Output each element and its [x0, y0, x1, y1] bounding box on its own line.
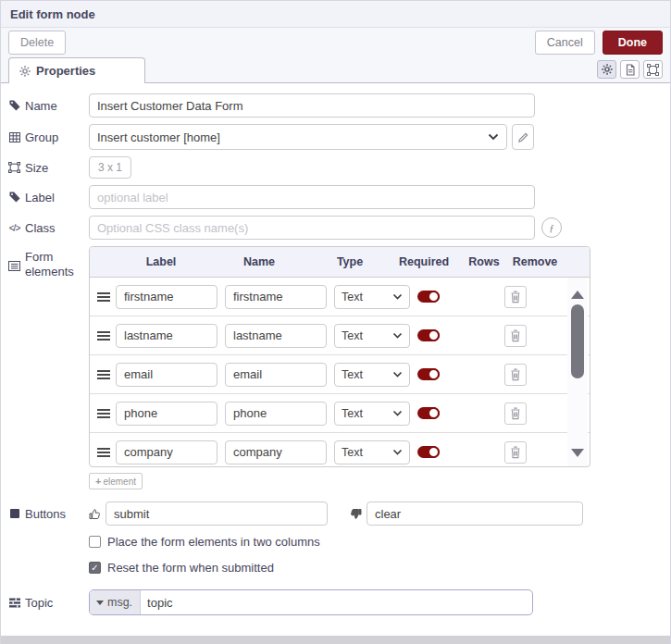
required-toggle[interactable] [417, 446, 440, 458]
element-name-input[interactable] [225, 402, 327, 426]
dynamic-class-button[interactable]: ƒ [541, 217, 562, 238]
class-input[interactable] [89, 216, 535, 240]
class-label: </> Class [8, 221, 89, 235]
frame-icon [647, 64, 659, 76]
trash-icon [510, 446, 521, 459]
label-row: Label [8, 185, 663, 209]
element-type-select[interactable]: Text [334, 285, 410, 309]
add-element-button[interactable]: +element [89, 473, 143, 489]
element-name-input[interactable] [225, 324, 327, 348]
two-columns-option: Place the form elements in two columns [89, 535, 663, 549]
form-elements-row: Formelements Label Name Type Required Ro… [8, 246, 663, 495]
chevron-down-icon [392, 332, 403, 339]
description-view-button[interactable] [620, 60, 640, 79]
chevron-down-icon [392, 449, 403, 455]
group-select[interactable]: Insert customer [home] [89, 124, 507, 150]
col-header-required: Required [399, 255, 449, 268]
tag-icon [8, 192, 20, 203]
delete-button[interactable]: Delete [8, 31, 66, 55]
element-label-input[interactable] [116, 440, 217, 464]
topic-label: Topic [8, 596, 89, 610]
element-name-input[interactable] [225, 440, 327, 464]
table-row: Text [90, 355, 590, 394]
done-button[interactable]: Done [603, 31, 663, 55]
col-header-rows: Rows [468, 255, 499, 268]
size-button[interactable]: 3 x 1 [89, 156, 131, 179]
clear-button-label-input[interactable] [367, 502, 583, 526]
scroll-down-arrow[interactable] [571, 449, 584, 457]
form-elements-rows: TextTextTextTextText [90, 278, 590, 466]
appearance-view-button[interactable] [643, 60, 663, 79]
label-label: Label [8, 191, 89, 204]
col-header-label: Label [146, 255, 177, 268]
name-input[interactable] [89, 93, 535, 118]
reset-form-checkbox[interactable]: ✓ [89, 562, 101, 574]
element-type-select[interactable]: Text [334, 402, 410, 426]
size-label: Size [8, 161, 89, 175]
topic-typed-input: msg. [89, 589, 533, 615]
required-toggle[interactable] [417, 291, 440, 303]
topic-type-label: msg. [107, 596, 132, 609]
required-toggle[interactable] [417, 329, 440, 341]
thumbs-up-icon [89, 508, 101, 520]
buttons-label: Buttons [8, 507, 89, 521]
scrollbar-thumb[interactable] [571, 304, 584, 378]
topic-input[interactable] [141, 596, 532, 610]
pencil-icon [518, 132, 528, 142]
chevron-down-icon [392, 410, 403, 416]
edit-form-node-dialog: Edit form node Delete Cancel Done Proper… [0, 0, 671, 644]
col-header-remove: Remove [513, 255, 558, 268]
cancel-button[interactable]: Cancel [535, 31, 595, 55]
table-row: Text [90, 278, 590, 316]
tab-properties[interactable]: Properties [8, 57, 145, 83]
table-scrollbar[interactable] [567, 278, 588, 466]
remove-element-button[interactable] [504, 325, 527, 347]
edit-group-button[interactable] [512, 124, 534, 150]
table-row: Text [90, 394, 590, 433]
table-row: Text [90, 433, 590, 466]
drag-handle-icon[interactable] [97, 331, 110, 341]
scroll-up-arrow[interactable] [571, 291, 584, 299]
element-name-input[interactable] [225, 363, 327, 387]
required-toggle[interactable] [417, 407, 440, 419]
chevron-down-icon [392, 371, 403, 378]
trash-icon [510, 291, 521, 303]
drag-handle-icon[interactable] [97, 292, 110, 302]
element-type-select[interactable]: Text [334, 324, 410, 348]
element-label-input[interactable] [116, 324, 217, 348]
topic-type-button[interactable]: msg. [90, 590, 141, 614]
element-name-input[interactable] [225, 285, 327, 309]
element-label-input[interactable] [116, 285, 217, 309]
element-type-select[interactable]: Text [334, 440, 410, 464]
group-row: Group Insert customer [home] [8, 124, 663, 150]
dialog-toolbar: Delete Cancel Done [1, 28, 670, 56]
group-select-value: Insert customer [home] [97, 130, 220, 144]
properties-panel: Name Group Insert customer [home] [1, 83, 670, 615]
name-row: Name [8, 93, 663, 118]
remove-element-button[interactable] [504, 441, 527, 464]
drag-handle-icon[interactable] [97, 448, 110, 457]
required-toggle[interactable] [417, 368, 440, 380]
gear-icon [602, 64, 613, 75]
properties-view-button[interactable] [597, 60, 616, 79]
drag-handle-icon[interactable] [97, 409, 110, 418]
buttons-row: Buttons [8, 502, 663, 526]
label-input[interactable] [89, 185, 535, 209]
drag-handle-icon[interactable] [97, 370, 110, 379]
submit-button-label-input[interactable] [106, 502, 328, 526]
table-icon [8, 132, 20, 142]
remove-element-button[interactable] [504, 286, 527, 308]
element-label-input[interactable] [116, 363, 217, 387]
object-group-icon [8, 162, 20, 173]
element-label-input[interactable] [116, 402, 217, 426]
group-label: Group [8, 130, 89, 144]
remove-element-button[interactable] [504, 402, 527, 425]
dialog-titlebar: Edit form node [1, 1, 670, 28]
dialog-title: Edit form node [10, 7, 95, 21]
trash-icon [510, 407, 521, 420]
remove-element-button[interactable] [504, 364, 527, 386]
chevron-down-icon [392, 293, 403, 300]
two-columns-checkbox[interactable] [89, 536, 101, 548]
element-type-select[interactable]: Text [334, 363, 410, 387]
table-row: Text [90, 316, 590, 355]
